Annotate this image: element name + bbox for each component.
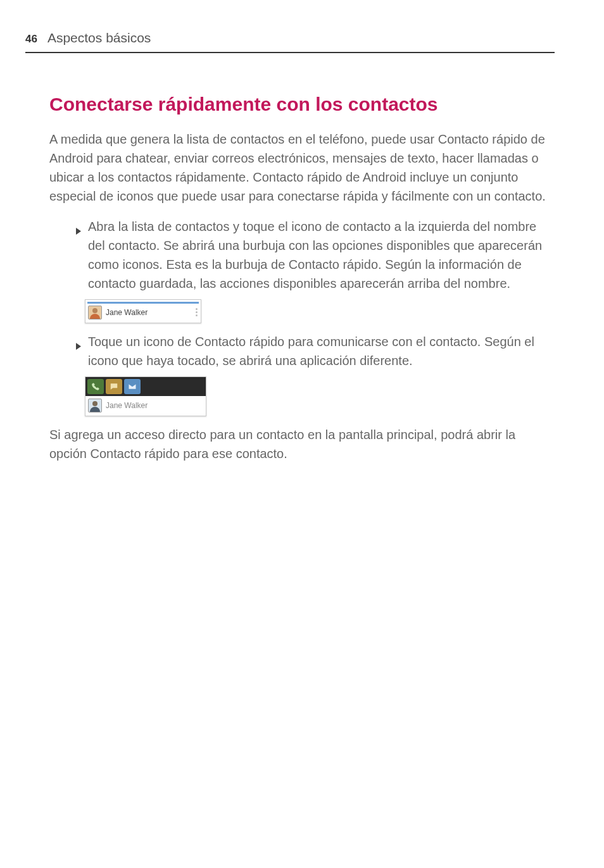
contact-avatar-icon: [88, 306, 102, 319]
contact-avatar-icon: [88, 399, 102, 412]
triangle-bullet-icon: [76, 221, 82, 293]
bullet-item: Toque un icono de Contacto rápido para c…: [76, 332, 555, 370]
svg-marker-1: [76, 343, 81, 350]
contact-name-label: Jane Walker: [106, 307, 148, 318]
svg-marker-0: [76, 228, 81, 235]
contact-row-screenshot: Jane Walker: [85, 299, 555, 323]
contact-name-label: Jane Walker: [106, 400, 148, 411]
bullet-item: Abra la lista de contactos y toque el ic…: [76, 217, 555, 293]
page-header: 46 Aspectos básicos: [25, 28, 555, 53]
phone-icon: [87, 379, 104, 394]
bullet-text: Abra la lista de contactos y toque el ic…: [88, 217, 555, 293]
closing-paragraph: Si agrega un acceso directo para un cont…: [49, 425, 555, 463]
page-number: 46: [25, 31, 37, 47]
mail-icon: [124, 379, 141, 394]
more-dots-icon: [196, 308, 198, 316]
triangle-bullet-icon: [76, 336, 82, 370]
quick-contact-bubble-screenshot: Jane Walker: [85, 376, 555, 416]
section-name: Aspectos básicos: [47, 28, 151, 48]
page-title: Conectarse rápidamente con los contactos: [49, 90, 555, 118]
content-area: Conectarse rápidamente con los contactos…: [25, 90, 555, 463]
sms-icon: [106, 379, 122, 394]
intro-paragraph: A medida que genera la lista de contacto…: [49, 130, 555, 206]
bullet-text: Toque un icono de Contacto rápido para c…: [88, 332, 555, 370]
